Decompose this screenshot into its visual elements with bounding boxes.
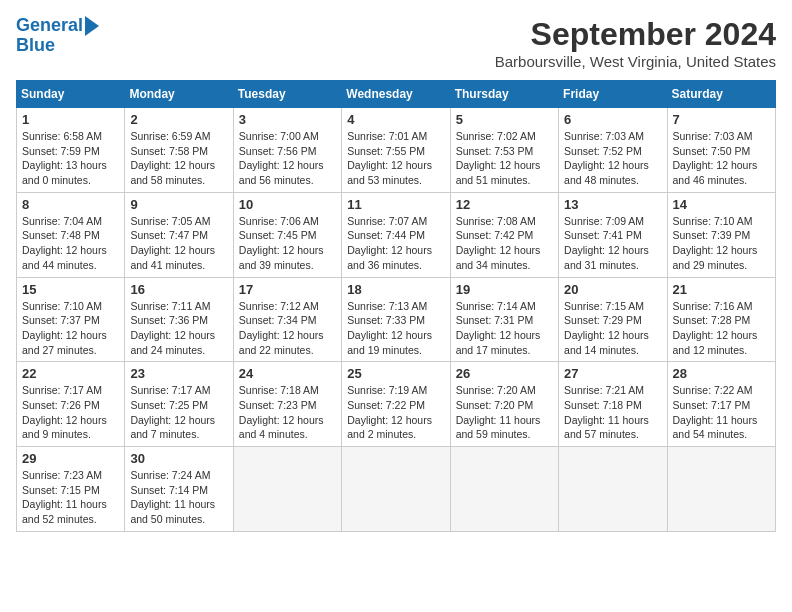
day-info: Sunrise: 7:10 AM Sunset: 7:39 PM Dayligh… [673,214,770,273]
day-number: 17 [239,282,336,297]
day-number: 8 [22,197,119,212]
day-info: Sunrise: 7:22 AM Sunset: 7:17 PM Dayligh… [673,383,770,442]
page-header: General Blue September 2024 Barboursvill… [16,16,776,70]
day-number: 18 [347,282,444,297]
column-header-saturday: Saturday [667,81,775,108]
day-number: 22 [22,366,119,381]
calendar-cell [342,447,450,532]
day-info: Sunrise: 6:58 AM Sunset: 7:59 PM Dayligh… [22,129,119,188]
day-info: Sunrise: 7:17 AM Sunset: 7:25 PM Dayligh… [130,383,227,442]
title-block: September 2024 Barboursville, West Virgi… [495,16,776,70]
calendar-cell: 22Sunrise: 7:17 AM Sunset: 7:26 PM Dayli… [17,362,125,447]
day-info: Sunrise: 7:07 AM Sunset: 7:44 PM Dayligh… [347,214,444,273]
day-number: 30 [130,451,227,466]
column-header-monday: Monday [125,81,233,108]
day-info: Sunrise: 7:16 AM Sunset: 7:28 PM Dayligh… [673,299,770,358]
column-header-friday: Friday [559,81,667,108]
day-number: 29 [22,451,119,466]
day-number: 23 [130,366,227,381]
day-info: Sunrise: 7:02 AM Sunset: 7:53 PM Dayligh… [456,129,553,188]
day-info: Sunrise: 7:19 AM Sunset: 7:22 PM Dayligh… [347,383,444,442]
day-number: 19 [456,282,553,297]
column-header-thursday: Thursday [450,81,558,108]
day-number: 7 [673,112,770,127]
calendar-cell: 5Sunrise: 7:02 AM Sunset: 7:53 PM Daylig… [450,108,558,193]
day-number: 13 [564,197,661,212]
calendar-week-row: 8Sunrise: 7:04 AM Sunset: 7:48 PM Daylig… [17,192,776,277]
day-number: 27 [564,366,661,381]
day-info: Sunrise: 7:13 AM Sunset: 7:33 PM Dayligh… [347,299,444,358]
day-info: Sunrise: 7:00 AM Sunset: 7:56 PM Dayligh… [239,129,336,188]
calendar-cell: 9Sunrise: 7:05 AM Sunset: 7:47 PM Daylig… [125,192,233,277]
calendar-cell: 12Sunrise: 7:08 AM Sunset: 7:42 PM Dayli… [450,192,558,277]
day-number: 15 [22,282,119,297]
day-info: Sunrise: 6:59 AM Sunset: 7:58 PM Dayligh… [130,129,227,188]
day-info: Sunrise: 7:03 AM Sunset: 7:50 PM Dayligh… [673,129,770,188]
day-number: 2 [130,112,227,127]
calendar-cell [559,447,667,532]
calendar-cell: 18Sunrise: 7:13 AM Sunset: 7:33 PM Dayli… [342,277,450,362]
calendar-cell [233,447,341,532]
day-info: Sunrise: 7:05 AM Sunset: 7:47 PM Dayligh… [130,214,227,273]
day-info: Sunrise: 7:06 AM Sunset: 7:45 PM Dayligh… [239,214,336,273]
calendar-cell: 14Sunrise: 7:10 AM Sunset: 7:39 PM Dayli… [667,192,775,277]
calendar-cell: 23Sunrise: 7:17 AM Sunset: 7:25 PM Dayli… [125,362,233,447]
calendar-cell: 29Sunrise: 7:23 AM Sunset: 7:15 PM Dayli… [17,447,125,532]
calendar-cell: 2Sunrise: 6:59 AM Sunset: 7:58 PM Daylig… [125,108,233,193]
day-number: 6 [564,112,661,127]
day-info: Sunrise: 7:10 AM Sunset: 7:37 PM Dayligh… [22,299,119,358]
calendar-cell: 24Sunrise: 7:18 AM Sunset: 7:23 PM Dayli… [233,362,341,447]
calendar-week-row: 22Sunrise: 7:17 AM Sunset: 7:26 PM Dayli… [17,362,776,447]
calendar-cell: 26Sunrise: 7:20 AM Sunset: 7:20 PM Dayli… [450,362,558,447]
calendar-cell: 19Sunrise: 7:14 AM Sunset: 7:31 PM Dayli… [450,277,558,362]
column-header-wednesday: Wednesday [342,81,450,108]
day-info: Sunrise: 7:01 AM Sunset: 7:55 PM Dayligh… [347,129,444,188]
calendar-cell [667,447,775,532]
calendar-cell: 15Sunrise: 7:10 AM Sunset: 7:37 PM Dayli… [17,277,125,362]
calendar-cell: 27Sunrise: 7:21 AM Sunset: 7:18 PM Dayli… [559,362,667,447]
day-info: Sunrise: 7:24 AM Sunset: 7:14 PM Dayligh… [130,468,227,527]
day-number: 1 [22,112,119,127]
day-number: 20 [564,282,661,297]
day-number: 21 [673,282,770,297]
calendar-cell: 3Sunrise: 7:00 AM Sunset: 7:56 PM Daylig… [233,108,341,193]
day-info: Sunrise: 7:11 AM Sunset: 7:36 PM Dayligh… [130,299,227,358]
calendar-cell: 4Sunrise: 7:01 AM Sunset: 7:55 PM Daylig… [342,108,450,193]
calendar-cell: 10Sunrise: 7:06 AM Sunset: 7:45 PM Dayli… [233,192,341,277]
day-number: 11 [347,197,444,212]
logo-text-general: General [16,16,83,36]
column-header-sunday: Sunday [17,81,125,108]
calendar-cell: 20Sunrise: 7:15 AM Sunset: 7:29 PM Dayli… [559,277,667,362]
day-info: Sunrise: 7:21 AM Sunset: 7:18 PM Dayligh… [564,383,661,442]
day-info: Sunrise: 7:18 AM Sunset: 7:23 PM Dayligh… [239,383,336,442]
calendar-cell: 1Sunrise: 6:58 AM Sunset: 7:59 PM Daylig… [17,108,125,193]
day-info: Sunrise: 7:08 AM Sunset: 7:42 PM Dayligh… [456,214,553,273]
calendar-header-row: SundayMondayTuesdayWednesdayThursdayFrid… [17,81,776,108]
day-number: 16 [130,282,227,297]
day-number: 9 [130,197,227,212]
calendar-cell: 28Sunrise: 7:22 AM Sunset: 7:17 PM Dayli… [667,362,775,447]
calendar-cell: 16Sunrise: 7:11 AM Sunset: 7:36 PM Dayli… [125,277,233,362]
day-info: Sunrise: 7:04 AM Sunset: 7:48 PM Dayligh… [22,214,119,273]
day-info: Sunrise: 7:12 AM Sunset: 7:34 PM Dayligh… [239,299,336,358]
day-number: 26 [456,366,553,381]
location-subtitle: Barboursville, West Virginia, United Sta… [495,53,776,70]
day-info: Sunrise: 7:15 AM Sunset: 7:29 PM Dayligh… [564,299,661,358]
day-number: 10 [239,197,336,212]
calendar-cell: 30Sunrise: 7:24 AM Sunset: 7:14 PM Dayli… [125,447,233,532]
logo-arrow-icon [85,16,99,36]
day-number: 5 [456,112,553,127]
day-info: Sunrise: 7:14 AM Sunset: 7:31 PM Dayligh… [456,299,553,358]
calendar-cell: 7Sunrise: 7:03 AM Sunset: 7:50 PM Daylig… [667,108,775,193]
calendar-week-row: 29Sunrise: 7:23 AM Sunset: 7:15 PM Dayli… [17,447,776,532]
day-number: 28 [673,366,770,381]
month-title: September 2024 [495,16,776,53]
calendar-cell: 6Sunrise: 7:03 AM Sunset: 7:52 PM Daylig… [559,108,667,193]
day-info: Sunrise: 7:23 AM Sunset: 7:15 PM Dayligh… [22,468,119,527]
day-number: 24 [239,366,336,381]
calendar-cell: 8Sunrise: 7:04 AM Sunset: 7:48 PM Daylig… [17,192,125,277]
day-info: Sunrise: 7:09 AM Sunset: 7:41 PM Dayligh… [564,214,661,273]
calendar-week-row: 15Sunrise: 7:10 AM Sunset: 7:37 PM Dayli… [17,277,776,362]
calendar-cell: 17Sunrise: 7:12 AM Sunset: 7:34 PM Dayli… [233,277,341,362]
column-header-tuesday: Tuesday [233,81,341,108]
